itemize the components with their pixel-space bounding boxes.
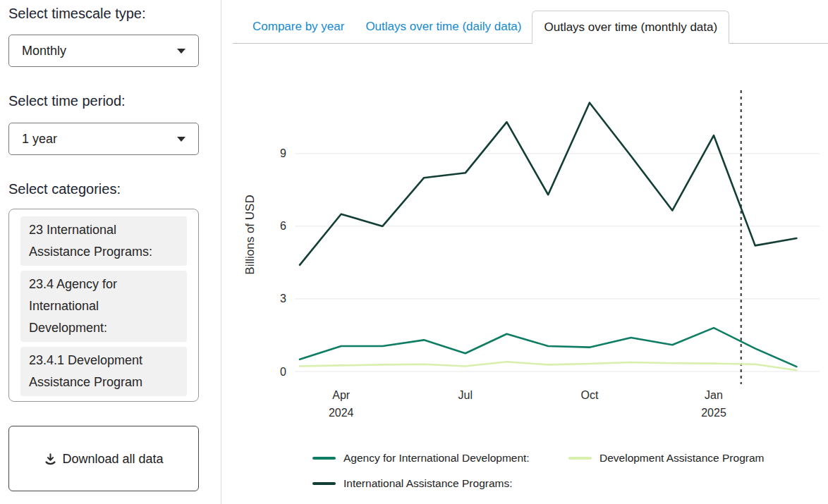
- y-tick-label: 9: [280, 147, 286, 159]
- timescale-selected-value: Monthly: [22, 44, 66, 59]
- y-tick-label: 6: [280, 220, 286, 232]
- categories-label: Select categories:: [8, 181, 121, 197]
- download-all-data-button[interactable]: Download all data: [8, 426, 199, 491]
- timescale-select[interactable]: Monthly: [8, 35, 199, 67]
- time-period-select[interactable]: 1 year: [8, 123, 199, 155]
- legend-row: International Assistance Programs:: [312, 477, 764, 490]
- legend-item-international: International Assistance Programs:: [312, 477, 568, 490]
- x-tick-sublabel: 2025: [701, 407, 726, 419]
- sidebar: Select timescale type: Monthly Select ti…: [0, 0, 221, 504]
- series-line-development-assistance-program: [300, 362, 796, 370]
- series-line-agency-for-international-development: [300, 328, 796, 367]
- legend-label-international: International Assistance Programs:: [343, 477, 513, 490]
- legend-label-development: Development Assistance Program: [599, 452, 764, 465]
- chart-legend: Agency for International Development: De…: [312, 452, 764, 503]
- category-option-development-assistance[interactable]: 23.4.1 Development Assistance Program: [20, 347, 187, 396]
- legend-swatch-international: [312, 482, 336, 485]
- y-tick-label: 3: [280, 293, 286, 305]
- legend-swatch-agency: [312, 457, 336, 460]
- y-axis-title: Billions of USD: [243, 195, 257, 274]
- x-tick-sublabel: 2024: [329, 407, 354, 419]
- timescale-label: Select timescale type:: [8, 6, 146, 22]
- category-option-international-assistance[interactable]: 23 International Assistance Programs:: [20, 216, 187, 266]
- app-root: Select timescale type: Monthly Select ti…: [0, 0, 828, 504]
- x-tick-label: Apr: [332, 389, 351, 401]
- legend-item-agency: Agency for International Development:: [312, 452, 568, 465]
- legend-row: Agency for International Development: De…: [312, 452, 764, 465]
- download-icon: [44, 453, 57, 466]
- legend-item-development: Development Assistance Program: [568, 452, 764, 465]
- time-period-label: Select time period:: [8, 93, 126, 109]
- outlays-monthly-chart: 0369Billions of USDApr2024JulOctJan2025: [233, 0, 828, 434]
- categories-listbox: 23 International Assistance Programs: 23…: [8, 209, 199, 402]
- chevron-down-icon: [177, 137, 185, 142]
- time-period-selected-value: 1 year: [22, 132, 57, 147]
- series-line-international-assistance-programs: [300, 103, 796, 265]
- chevron-down-icon: [177, 49, 185, 54]
- x-tick-label: Oct: [580, 389, 598, 401]
- x-tick-label: Jul: [458, 389, 473, 401]
- y-tick-label: 0: [280, 366, 286, 378]
- category-option-agency-international-development[interactable]: 23.4 Agency for International Developmen…: [20, 271, 187, 342]
- download-button-label: Download all data: [62, 452, 163, 466]
- legend-label-agency: Agency for International Development:: [343, 452, 530, 465]
- x-tick-label: Jan: [705, 389, 723, 401]
- legend-swatch-development: [568, 457, 592, 460]
